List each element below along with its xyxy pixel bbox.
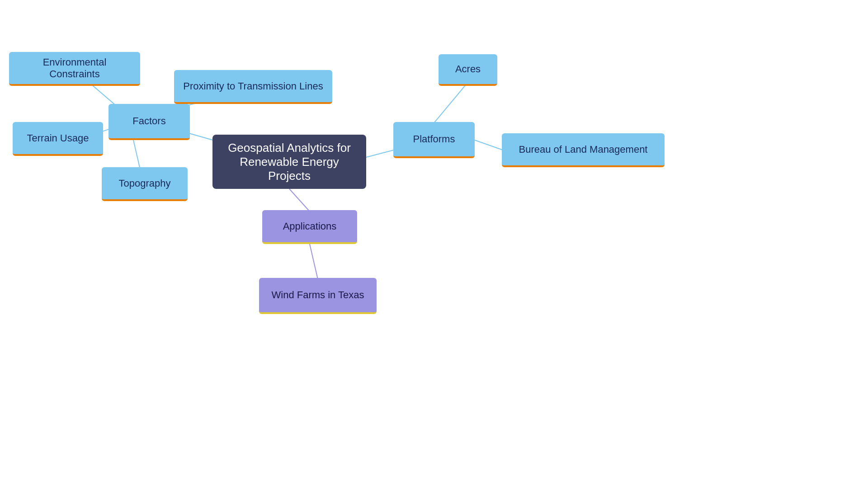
wind-farms-node[interactable]: Wind Farms in Texas — [259, 278, 377, 314]
applications-label: Applications — [283, 221, 337, 232]
applications-node[interactable]: Applications — [262, 210, 357, 244]
topography-node[interactable]: Topography — [102, 167, 188, 201]
blm-label: Bureau of Land Management — [519, 144, 648, 155]
platforms-node[interactable]: Platforms — [393, 122, 475, 158]
platforms-label: Platforms — [413, 133, 455, 145]
env-constraints-node[interactable]: Environmental Constraints — [9, 52, 140, 86]
proximity-label: Proximity to Transmission Lines — [183, 80, 323, 92]
wind-farms-label: Wind Farms in Texas — [272, 289, 364, 301]
svg-line-7 — [475, 140, 504, 150]
acres-node[interactable]: Acres — [439, 54, 497, 86]
center-node-label: Geospatial Analytics for Renewable Energ… — [222, 141, 357, 183]
factors-label: Factors — [132, 115, 165, 127]
factors-node[interactable]: Factors — [108, 104, 190, 140]
terrain-label: Terrain Usage — [27, 132, 89, 144]
svg-line-6 — [432, 85, 466, 126]
svg-line-9 — [310, 244, 318, 279]
svg-line-8 — [289, 189, 310, 211]
acres-label: Acres — [455, 63, 481, 75]
env-constraints-label: Environmental Constraints — [18, 56, 131, 80]
blm-node[interactable]: Bureau of Land Management — [502, 133, 665, 167]
terrain-node[interactable]: Terrain Usage — [13, 122, 103, 156]
topography-label: Topography — [119, 178, 171, 189]
svg-line-4 — [133, 140, 140, 169]
proximity-node[interactable]: Proximity to Transmission Lines — [174, 70, 332, 104]
center-node[interactable]: Geospatial Analytics for Renewable Energ… — [212, 135, 366, 189]
